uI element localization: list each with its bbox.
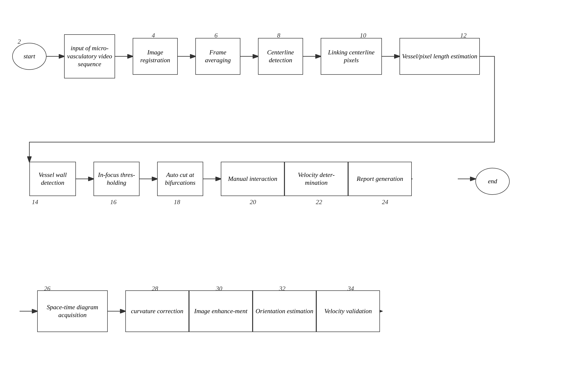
end-ellipse: end bbox=[475, 168, 510, 195]
box-centerline-detection: Centerline detection bbox=[258, 38, 303, 75]
ref-8: 8 bbox=[277, 32, 280, 39]
ref-18: 18 bbox=[174, 199, 180, 206]
box-linking-centerline: Linking centerline pixels bbox=[321, 38, 382, 75]
ref-24: 24 bbox=[382, 199, 388, 206]
box-vessel-wall-detection: Vessel wall detection bbox=[29, 162, 76, 196]
box-infocus-thresholding: In-focus thres-holding bbox=[94, 162, 140, 196]
end-label: end bbox=[488, 178, 497, 185]
box-velocity-validation: Velocity validation bbox=[316, 290, 380, 332]
ref-30: 30 bbox=[216, 285, 222, 292]
ref-34: 34 bbox=[348, 285, 354, 292]
ref-26: 26 bbox=[44, 285, 50, 292]
ref-14: 14 bbox=[32, 199, 38, 206]
ref-32: 32 bbox=[279, 285, 285, 292]
ref-start: 2 bbox=[18, 38, 21, 45]
ref-28: 28 bbox=[152, 285, 158, 292]
box-curvature-correction: curvature correction bbox=[125, 290, 189, 332]
ref-6: 6 bbox=[214, 32, 218, 39]
box-frame-averaging: Frame averaging bbox=[195, 38, 240, 75]
box-auto-cut: Auto cut at bifurcations bbox=[157, 162, 203, 196]
box-orientation-estimation: Orientation estimation bbox=[253, 290, 316, 332]
ref-4: 4 bbox=[152, 32, 155, 39]
box-image-registration: Image registration bbox=[133, 38, 178, 75]
box-manual-interaction: Manual interaction bbox=[221, 162, 284, 196]
ref-22: 22 bbox=[316, 199, 322, 206]
start-ellipse: start bbox=[12, 43, 46, 70]
ref-10: 10 bbox=[360, 32, 366, 39]
box-input: input of micro-vasculatory video sequenc… bbox=[64, 34, 115, 78]
ref-16: 16 bbox=[110, 199, 117, 206]
box-vessel-pixel-length: Vessel/pixel length estimation bbox=[399, 38, 480, 75]
box-image-enhancement: Image enhance-ment bbox=[189, 290, 253, 332]
ref-20: 20 bbox=[250, 199, 256, 206]
box-velocity-determination: Velocity deter-mination bbox=[284, 162, 348, 196]
box-report-generation: Report generation bbox=[348, 162, 412, 196]
start-label: start bbox=[23, 53, 35, 60]
box-space-time: Space-time diagram acquisition bbox=[37, 290, 108, 332]
ref-12: 12 bbox=[460, 32, 467, 39]
